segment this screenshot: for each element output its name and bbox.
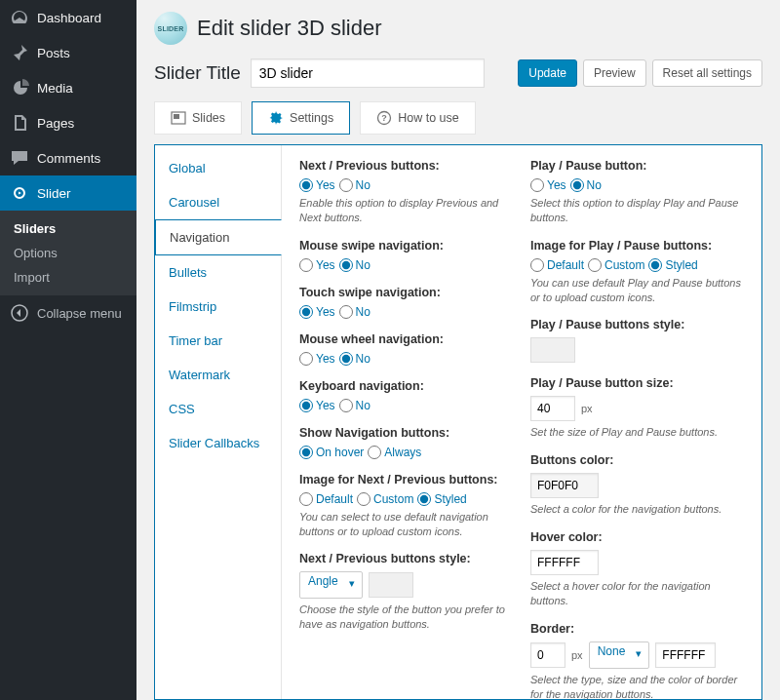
field-hint: Set the size of Play and Pause buttons. <box>530 425 744 440</box>
help-icon: ? <box>376 110 392 126</box>
submenu-item-import[interactable]: Import <box>0 265 136 290</box>
slider-title-input[interactable] <box>251 58 485 88</box>
collapse-menu[interactable]: Collapse menu <box>0 295 136 331</box>
submenu-item-options[interactable]: Options <box>0 241 136 265</box>
radio-yes[interactable]: Yes <box>299 399 335 412</box>
radio-default[interactable]: Default <box>530 258 584 272</box>
field-hint: Select a hover color for the navigation … <box>530 579 744 608</box>
radio-default[interactable]: Default <box>299 492 353 506</box>
field-pp-style: Play / Pause buttons style: <box>530 318 744 363</box>
radio-on-hover[interactable]: On hover <box>299 446 364 459</box>
gear-icon <box>268 110 284 126</box>
buttons-color-input[interactable] <box>530 473 599 498</box>
radio-no[interactable]: No <box>339 305 370 319</box>
field-hint: Select the type, size and the color of b… <box>530 673 744 699</box>
preview-button[interactable]: Preview <box>583 59 646 87</box>
border-style-select[interactable]: None <box>589 642 650 669</box>
field-hint: Select this option to display Play and P… <box>530 196 744 225</box>
tab-label: Slides <box>192 111 225 125</box>
border-width-input[interactable] <box>530 642 566 668</box>
field-play-pause: Play / Pause button: Yes No Select this … <box>530 159 744 225</box>
field-next-prev-style: Next / Previous buttons style: Angle Cho… <box>299 552 513 632</box>
radio-always[interactable]: Always <box>368 446 421 459</box>
field-label: Image for Next / Previous buttons: <box>299 473 513 486</box>
sidebar-item-label: Slider <box>37 186 71 201</box>
media-icon <box>10 78 29 97</box>
field-next-prev: Next / Previous buttons: Yes No Enable t… <box>299 159 513 225</box>
slider-icon <box>10 183 29 203</box>
radio-no[interactable]: No <box>339 258 370 272</box>
field-label: Mouse wheel navigation: <box>299 332 513 346</box>
radio-yes[interactable]: Yes <box>299 178 335 192</box>
slider-logo: SLIDER <box>154 12 187 45</box>
side-tab-filmstrip[interactable]: Filmstrip <box>155 290 281 324</box>
unit-label: px <box>571 649 583 661</box>
radio-no[interactable]: No <box>339 352 370 366</box>
collapse-label: Collapse menu <box>37 306 122 321</box>
hover-color-input[interactable] <box>530 550 599 575</box>
sidebar-item-slider[interactable]: Slider <box>0 175 136 211</box>
tab-how-to-use[interactable]: ? How to use <box>360 101 476 135</box>
radio-yes[interactable]: Yes <box>299 352 335 366</box>
title-action-row: Slider Title Update Preview Reset all se… <box>154 58 762 88</box>
sidebar-item-comments[interactable]: Comments <box>0 140 136 175</box>
sidebar-item-pages[interactable]: Pages <box>0 105 136 140</box>
pp-style-preview <box>530 337 575 363</box>
field-label: Buttons color: <box>530 453 744 467</box>
field-hint: Enable this option to display Previous a… <box>299 196 513 225</box>
comments-icon <box>10 148 29 168</box>
field-touch-swipe: Touch swipe navigation: Yes No <box>299 286 513 319</box>
side-tab-global[interactable]: Global <box>155 151 281 185</box>
sidebar-item-dashboard[interactable]: Dashboard <box>0 0 136 35</box>
page-header: SLIDER Edit slider 3D slider <box>154 12 762 45</box>
radio-styled[interactable]: Styled <box>417 492 466 506</box>
radio-custom[interactable]: Custom <box>357 492 413 506</box>
style-select[interactable]: Angle <box>299 571 363 599</box>
sidebar-submenu: Sliders Options Import <box>0 211 136 295</box>
border-color-input[interactable] <box>655 642 716 668</box>
page-title: Edit slider 3D slider <box>197 16 382 41</box>
field-label: Hover color: <box>530 530 744 544</box>
field-hover-color: Hover color: Select a hover color for th… <box>530 530 744 608</box>
sidebar-item-label: Dashboard <box>37 11 101 25</box>
pages-icon <box>10 113 29 133</box>
settings-body: Next / Previous buttons: Yes No Enable t… <box>282 145 761 699</box>
side-tab-watermark[interactable]: Watermark <box>155 358 281 392</box>
settings-side-tabs: Global Carousel Navigation Bullets Films… <box>155 145 282 699</box>
field-mouse-swipe: Mouse swipe navigation: Yes No <box>299 239 513 272</box>
side-tab-timer-bar[interactable]: Timer bar <box>155 324 281 358</box>
side-tab-navigation[interactable]: Navigation <box>155 219 282 255</box>
radio-no[interactable]: No <box>339 178 370 192</box>
reset-button[interactable]: Reset all settings <box>652 59 762 87</box>
radio-yes[interactable]: Yes <box>299 305 335 319</box>
side-tab-bullets[interactable]: Bullets <box>155 255 281 290</box>
radio-styled[interactable]: Styled <box>648 258 697 272</box>
sidebar-item-media[interactable]: Media <box>0 70 136 105</box>
side-tab-callbacks[interactable]: Slider Callbacks <box>155 426 281 460</box>
sidebar-item-posts[interactable]: Posts <box>0 35 136 70</box>
radio-yes[interactable]: Yes <box>299 258 335 272</box>
field-hint: You can select to use default navigation… <box>299 510 513 539</box>
update-button[interactable]: Update <box>518 59 577 87</box>
field-label: Play / Pause button: <box>530 159 744 173</box>
field-label: Mouse swipe navigation: <box>299 239 513 253</box>
radio-custom[interactable]: Custom <box>588 258 644 272</box>
radio-no[interactable]: No <box>570 178 602 192</box>
side-tab-css[interactable]: CSS <box>155 392 281 426</box>
radio-no[interactable]: No <box>339 399 370 412</box>
slides-icon <box>171 110 186 126</box>
field-hint: You can use default Play and Pause butto… <box>530 276 744 305</box>
admin-sidebar: Dashboard Posts Media Pages Comments Sli… <box>0 0 136 700</box>
submenu-item-sliders[interactable]: Sliders <box>0 216 136 241</box>
field-label: Border: <box>530 622 744 636</box>
field-pp-size: Play / Pause button size: px Set the siz… <box>530 376 744 440</box>
radio-yes[interactable]: Yes <box>530 178 566 192</box>
sidebar-item-label: Comments <box>37 151 100 166</box>
side-tab-carousel[interactable]: Carousel <box>155 185 281 219</box>
field-hint: Choose the style of the button you prefe… <box>299 603 513 632</box>
tab-settings[interactable]: Settings <box>252 101 350 135</box>
field-label: Next / Previous buttons style: <box>299 552 513 565</box>
tab-slides[interactable]: Slides <box>154 101 242 135</box>
pp-size-input[interactable] <box>530 396 575 421</box>
field-mouse-wheel: Mouse wheel navigation: Yes No <box>299 332 513 366</box>
